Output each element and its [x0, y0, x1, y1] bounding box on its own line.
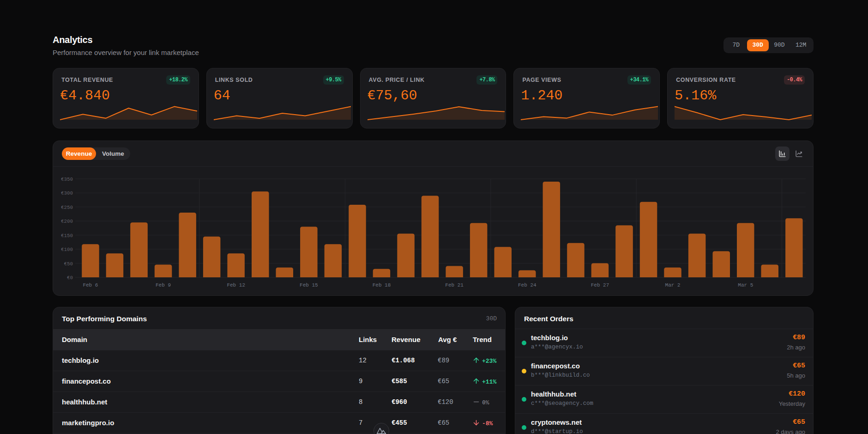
- svg-text:€100: €100: [61, 247, 73, 252]
- svg-text:Feb 18: Feb 18: [373, 282, 391, 288]
- svg-text:Feb 9: Feb 9: [156, 282, 171, 288]
- svg-text:€250: €250: [61, 205, 73, 210]
- svg-text:Feb 24: Feb 24: [518, 282, 536, 288]
- svg-text:€300: €300: [61, 190, 73, 196]
- svg-text:€350: €350: [61, 177, 73, 182]
- svg-text:Mar 2: Mar 2: [665, 282, 681, 288]
- svg-text:Feb 27: Feb 27: [591, 282, 609, 288]
- svg-text:€50: €50: [64, 261, 73, 267]
- svg-text:€200: €200: [61, 219, 73, 224]
- svg-text:€150: €150: [61, 233, 73, 238]
- svg-text:€0: €0: [67, 275, 73, 281]
- svg-text:Feb 21: Feb 21: [445, 282, 464, 288]
- svg-text:Feb 12: Feb 12: [227, 282, 245, 288]
- svg-text:Feb 15: Feb 15: [300, 282, 318, 288]
- svg-text:Mar 5: Mar 5: [738, 282, 753, 288]
- svg-text:Feb 6: Feb 6: [83, 282, 98, 288]
